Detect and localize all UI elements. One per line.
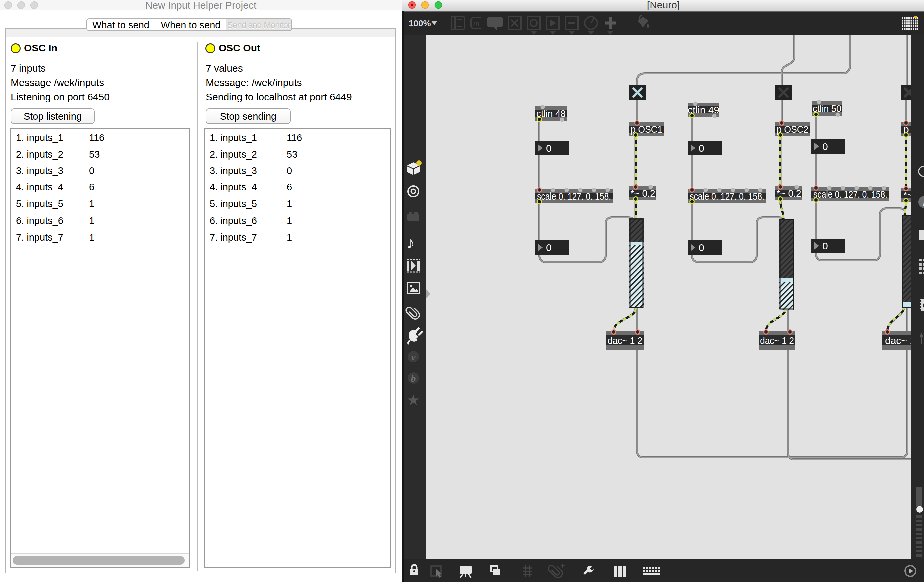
svg-text:0: 0 xyxy=(822,141,828,152)
svg-text:dac~ 1 2: dac~ 1 2 xyxy=(608,335,642,346)
svg-text:b: b xyxy=(411,373,416,384)
svg-text:[Neuro]: [Neuro] xyxy=(647,0,680,10)
svg-text:♪: ♪ xyxy=(406,233,415,252)
svg-text:0: 0 xyxy=(822,240,828,251)
svg-text:0: 0 xyxy=(699,143,705,154)
svg-text:★: ★ xyxy=(407,392,420,408)
svg-text:dac~ 1 2: dac~ 1 2 xyxy=(760,335,794,346)
svg-text:scale 0. 127. 0. 158.: scale 0. 127. 0. 158. xyxy=(813,189,887,199)
svg-text:m: m xyxy=(473,18,480,28)
svg-text:0: 0 xyxy=(546,242,552,253)
svg-text:0: 0 xyxy=(546,143,552,154)
svg-text:v: v xyxy=(411,351,416,362)
svg-text:100%: 100% xyxy=(409,18,431,28)
svg-text:scale 0. 127. 0. 158.: scale 0. 127. 0. 158. xyxy=(690,191,764,202)
svg-text:0: 0 xyxy=(699,242,705,253)
svg-text:scale 0. 127. 0. 158.: scale 0. 127. 0. 158. xyxy=(537,191,611,202)
